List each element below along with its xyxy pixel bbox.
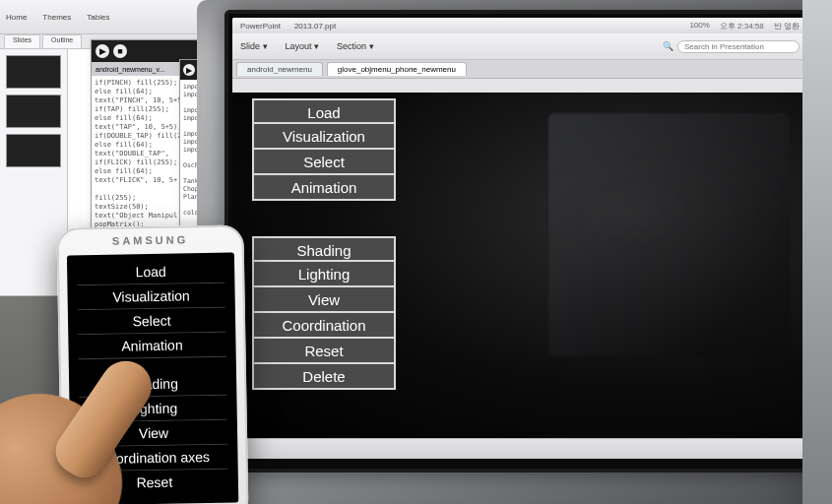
slide-thumbnail[interactable] (6, 55, 61, 89)
run-icon[interactable]: ▶ (183, 64, 195, 76)
presentation-app-window: Slide ▾ Layout ▾ Section ▾ 🔍 android_new… (232, 33, 807, 459)
tab-android-newmenu[interactable]: android_newmenu (236, 62, 323, 76)
mac-menubar: PowerPoint 2013.07.ppt 100% 오후 2:34:58 반… (232, 18, 807, 34)
menu-item-coordination[interactable]: Coordination (252, 313, 396, 339)
render-canvas: Load Visualization Select Animation Shad… (232, 93, 807, 439)
photo-scene: Home Themes Tables Slides Outline ▶ ■ an… (0, 0, 832, 504)
phone-brand: SAMSUNG (56, 224, 243, 251)
toolbar-layout[interactable]: Layout ▾ (286, 41, 320, 51)
phone-menu-animation[interactable]: Animation (78, 333, 225, 360)
ppt-tab-slides[interactable]: Slides (4, 34, 40, 48)
screen-reflection (548, 113, 790, 355)
menu-item-delete[interactable]: Delete (252, 364, 396, 390)
menu-item-reset[interactable]: Reset (252, 339, 396, 364)
canvas-menu-primary: Load Visualization Select Animation (252, 98, 396, 201)
menu-item-load[interactable]: Load (252, 98, 396, 124)
phone-screen: Load Visualization Select Animation Shad… (67, 253, 238, 504)
app-statusbar (232, 438, 807, 459)
canvas-menu-secondary: Shading Lighting View Coordination Reset… (252, 236, 396, 390)
run-icon[interactable]: ▶ (96, 44, 109, 58)
ribbon-tables[interactable]: Tables (87, 13, 109, 22)
phone-menu-shading[interactable]: Shading (79, 371, 226, 399)
app-tabbar: android_newmenu glove_objmenu_phone_newm… (232, 60, 807, 79)
menubar-user: 반 영환 (774, 21, 800, 32)
ribbon-themes[interactable]: Themes (42, 13, 71, 22)
menu-item-lighting[interactable]: Lighting (252, 262, 396, 287)
app-toolbar: Slide ▾ Layout ▾ Section ▾ 🔍 (232, 33, 807, 60)
phone-menu-visualization[interactable]: Visualization (77, 284, 224, 311)
slide-thumbnail[interactable] (6, 134, 61, 167)
menubar-battery: 100% (689, 21, 709, 32)
desk-edge (802, 0, 832, 504)
phone-menu-reset[interactable]: Reset (81, 470, 228, 496)
search-input[interactable] (677, 40, 800, 53)
phone-menu-view[interactable]: View (80, 420, 227, 448)
samsung-phone: SAMSUNG Load Visualization Select Animat… (56, 224, 248, 504)
ppt-tab-outline[interactable]: Outline (42, 34, 82, 48)
laptop-screen: PowerPoint 2013.07.ppt 100% 오후 2:34:58 반… (232, 18, 807, 459)
toolbar-slide[interactable]: Slide ▾ (240, 41, 268, 51)
phone-menu-load[interactable]: Load (77, 259, 224, 286)
toolbar-section[interactable]: Section ▾ (337, 41, 374, 51)
menubar-clock: 오후 2:34:58 (720, 21, 764, 32)
stop-icon[interactable]: ■ (113, 44, 127, 58)
menubar-doc: 2013.07.ppt (294, 22, 336, 31)
phone-menu-coordination-axes[interactable]: Coordination axes (80, 445, 227, 472)
menu-item-visualization[interactable]: Visualization (252, 124, 396, 150)
menu-item-select[interactable]: Select (252, 150, 396, 175)
search-icon: 🔍 (663, 41, 673, 51)
ribbon-home[interactable]: Home (6, 13, 27, 22)
phone-menu-lighting[interactable]: Lighting (79, 396, 226, 423)
phone-menu-select[interactable]: Select (78, 308, 225, 336)
menu-item-shading[interactable]: Shading (252, 236, 396, 262)
tab-glove-objmenu[interactable]: glove_objmenu_phone_newmenu (327, 62, 467, 76)
menu-item-animation[interactable]: Animation (252, 175, 396, 201)
slide-thumbnail[interactable] (6, 94, 61, 128)
menubar-app: PowerPoint (240, 22, 281, 31)
menu-item-view[interactable]: View (252, 287, 396, 313)
